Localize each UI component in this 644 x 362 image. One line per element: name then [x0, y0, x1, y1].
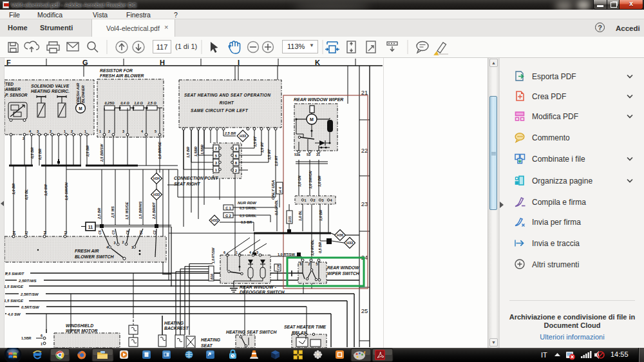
svg-text:1: 1	[41, 342, 43, 346]
svg-text:2,5 Ω: 2,5 Ω	[147, 101, 156, 105]
svg-text:2: 2	[308, 262, 310, 266]
svg-text:0,5 BR: 0,5 BR	[38, 149, 42, 160]
svg-text:3: 3	[256, 251, 258, 254]
svg-text:0,5 BR: 0,5 BR	[318, 242, 322, 253]
svg-text:FRESH AIR: FRESH AIR	[75, 249, 99, 253]
svg-text:53a: 53a	[294, 153, 301, 157]
svg-text:C36: C36	[277, 264, 280, 270]
svg-text:4,0 SW: 4,0 SW	[7, 312, 21, 316]
svg-text:REAR WINDOW -: REAR WINDOW -	[240, 285, 276, 289]
svg-text:22: 22	[361, 147, 368, 154]
svg-text:M: M	[79, 106, 82, 111]
svg-text:1,5 BR/WS: 1,5 BR/WS	[138, 201, 142, 219]
svg-text:21: 21	[361, 89, 368, 96]
svg-text:B36: B36	[211, 274, 214, 280]
svg-text:H 4: H 4	[278, 187, 282, 193]
svg-text:WIPER SWITCH: WIPER SWITCH	[327, 271, 359, 276]
svg-text:SEAT HEATING AND SEAT OPERATIO: SEAT HEATING AND SEAT OPERATION	[184, 93, 270, 97]
svg-text:1,5BR: 1,5BR	[194, 146, 198, 157]
svg-text:0,5 BL: 0,5 BL	[24, 189, 28, 200]
svg-text:2,5 WS: 2,5 WS	[111, 206, 115, 218]
svg-text:3: 3	[322, 198, 324, 202]
svg-text:1,5BR: 1,5BR	[21, 336, 32, 340]
svg-text:SEAT HEATER TIME: SEAT HEATER TIME	[284, 325, 327, 329]
svg-text:DEFOGGER SWITCH: DEFOGGER SWITCH	[240, 290, 285, 294]
svg-text:1,5 SW/GE: 1,5 SW/GE	[4, 285, 24, 289]
svg-text:1,5BR: 1,5BR	[200, 144, 204, 155]
svg-text:IT: IT	[541, 351, 547, 359]
svg-text:2,5 BR: 2,5 BR	[224, 131, 236, 135]
svg-text:1,0 GN: 1,0 GN	[298, 175, 301, 187]
svg-text:C 1: C 1	[225, 206, 231, 210]
svg-text:HEATING: HEATING	[201, 338, 221, 342]
svg-text:53: 53	[307, 153, 310, 157]
svg-text:A4: A4	[43, 231, 47, 236]
svg-text:1,0 BL: 1,0 BL	[298, 210, 302, 221]
svg-text:1: 1	[99, 129, 101, 133]
svg-text:BLOWER SWITCH: BLOWER SWITCH	[75, 254, 115, 259]
svg-text:1: 1	[64, 129, 66, 133]
svg-text:2,5RT/SW: 2,5RT/SW	[20, 292, 39, 296]
svg-text:FRESH AIR BLOWER: FRESH AIR BLOWER	[100, 73, 144, 78]
svg-text:5: 5	[155, 129, 156, 133]
svg-text:SOLENOID VALVE: SOLENOID VALVE	[31, 84, 70, 88]
svg-text:WIPER MOTOR: WIPER MOTOR	[66, 329, 97, 333]
svg-text:HEATING SEAT SWITCH: HEATING SEAT SWITCH	[226, 330, 277, 334]
svg-text:5: 5	[316, 262, 318, 266]
svg-text:25: 25	[361, 307, 368, 314]
svg-text:31: 31	[316, 153, 320, 157]
svg-text:2,5 BR: 2,5 BR	[86, 146, 90, 157]
svg-text:0,5 GR/BL: 0,5 GR/BL	[240, 214, 257, 218]
svg-text:2: 2	[108, 129, 110, 133]
svg-text:2,5 BR/SW: 2,5 BR/SW	[100, 144, 104, 162]
svg-text:H: H	[160, 59, 165, 66]
svg-text:1,0 BR: 1,0 BR	[319, 210, 323, 221]
svg-text:0,5 GR/BL: 0,5 GR/BL	[240, 206, 257, 210]
svg-text:H33: H33	[211, 218, 218, 222]
svg-text:1,0 BR: 1,0 BR	[317, 176, 321, 187]
svg-text:2,5 SW/RT: 2,5 SW/RT	[5, 272, 25, 276]
svg-text:6: 6	[223, 251, 225, 254]
svg-text:REAR WINDOW WIPER: REAR WINDOW WIPER	[294, 97, 343, 102]
svg-text:1,5 RT: 1,5 RT	[267, 149, 271, 160]
svg-text:TED: TED	[5, 82, 14, 86]
svg-text:SEAT: SEAT	[201, 343, 213, 348]
svg-text:ONLY USA: ONLY USA	[271, 180, 275, 200]
svg-text:REAR WINDOW: REAR WINDOW	[327, 265, 359, 270]
svg-text:1,0 RT/SW: 1,0 RT/SW	[278, 252, 296, 256]
svg-text:2,5RT/WS: 2,5RT/WS	[18, 279, 37, 283]
svg-text:H33: H33	[240, 134, 246, 138]
svg-text:2: 2	[122, 240, 124, 244]
svg-text:HEATING RECIRC.: HEATING RECIRC.	[31, 89, 70, 93]
svg-text:1: 1	[236, 251, 238, 254]
svg-text:1,0 Ω: 1,0 Ω	[134, 101, 143, 105]
svg-text:1,0 BR/GE: 1,0 BR/GE	[158, 142, 162, 159]
svg-text:2: 2	[50, 129, 52, 133]
svg-text:C3: C3	[111, 230, 115, 234]
svg-text:3: 3	[37, 129, 39, 133]
svg-text:C5: C5	[98, 230, 102, 234]
svg-text:SAME CIRCUIT FOR LEFT: SAME CIRCUIT FOR LEFT	[191, 108, 249, 113]
svg-text:0,4 Ω: 0,4 Ω	[120, 101, 129, 105]
svg-text:D35: D35	[288, 216, 292, 222]
svg-text:2: 2	[314, 198, 316, 202]
svg-text:3: 3	[122, 129, 124, 133]
svg-text:1,5 RT: 1,5 RT	[260, 142, 264, 153]
svg-text:G: G	[82, 59, 88, 66]
svg-text:BLOWER: BLOWER	[80, 85, 85, 103]
svg-text:1,0 RT/SW: 1,0 RT/SW	[211, 247, 215, 263]
svg-text:FRESH AIR: FRESH AIR	[75, 82, 80, 104]
svg-text:11: 11	[88, 225, 93, 229]
svg-text:G 2: G 2	[225, 214, 231, 218]
svg-text:1,5 RT: 1,5 RT	[253, 136, 257, 147]
svg-text:F: F	[6, 59, 11, 66]
svg-text:23: 23	[361, 200, 368, 207]
svg-text:H36: H36	[337, 233, 343, 237]
svg-text:RESISTOR FOR: RESISTOR FOR	[100, 68, 133, 73]
svg-text:H33: H33	[346, 241, 353, 245]
svg-text:0,5 BR: 0,5 BR	[30, 148, 34, 158]
svg-text:1,5 WS/GE: 1,5 WS/GE	[125, 202, 129, 220]
svg-text:2,5 BR: 2,5 BR	[97, 208, 101, 220]
svg-text:C2: C2	[153, 230, 156, 234]
svg-text:1,0 RT/BL: 1,0 RT/BL	[310, 239, 314, 256]
